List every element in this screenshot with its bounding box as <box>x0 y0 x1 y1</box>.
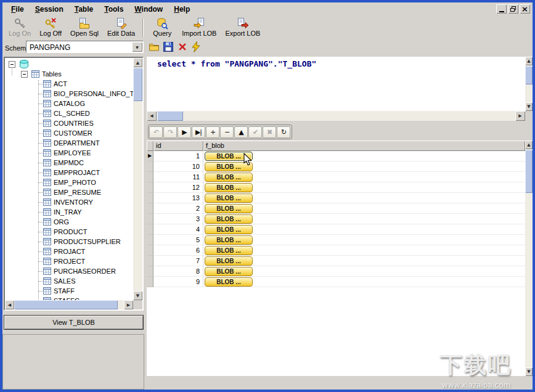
tree-node-tables[interactable]: Tables <box>5 69 133 79</box>
schema-combo[interactable]: PANGPANG ▼ <box>26 41 144 53</box>
cell-id[interactable]: 12 <box>153 182 203 193</box>
tree-item-staffg[interactable]: STAFFG <box>5 296 133 300</box>
nav-insert-button[interactable]: + <box>206 126 219 138</box>
nav-refresh-button[interactable]: ↻ <box>277 126 290 138</box>
cell-id[interactable]: 5 <box>153 235 203 245</box>
scroll-up-button[interactable]: ▲ <box>525 57 533 65</box>
blob-button[interactable]: BLOB ... <box>205 225 253 234</box>
menu-window[interactable]: Window <box>129 4 168 15</box>
tree-item-product[interactable]: PRODUCT <box>5 227 133 237</box>
scroll-right-button[interactable]: ▶ <box>124 300 133 309</box>
table-row: ▶ 9 BLOB ... <box>147 277 525 287</box>
cell-id[interactable]: 9 <box>153 277 203 287</box>
import-lob-button[interactable]: Import LOB <box>178 17 220 39</box>
cell-id[interactable]: 2 <box>153 203 203 214</box>
export-lob-button[interactable]: Export LOB <box>221 17 264 39</box>
nav-delete-button[interactable]: − <box>220 126 234 138</box>
tree-item-staff[interactable]: STAFF <box>5 286 133 296</box>
nav-edit-button[interactable]: ▲ <box>234 126 248 138</box>
tree-item-employee[interactable]: EMPLOYEE <box>5 148 133 158</box>
nav-last-button[interactable]: ▶| <box>192 126 205 138</box>
scroll-thumb[interactable] <box>14 300 118 309</box>
blob-button[interactable]: BLOB ... <box>205 277 253 287</box>
menu-file[interactable]: File <box>6 4 30 15</box>
tree-item-act[interactable]: ACT <box>5 79 133 89</box>
scroll-thumb[interactable] <box>157 111 183 121</box>
blob-button[interactable]: BLOB ... <box>205 256 253 266</box>
tree-item-in_tray[interactable]: IN_TRAY <box>5 207 133 217</box>
grid-header-id[interactable]: id <box>153 141 203 151</box>
collapse-icon[interactable] <box>9 61 15 68</box>
cell-id[interactable]: 6 <box>153 245 203 256</box>
scroll-right-button[interactable]: ▶ <box>515 111 525 121</box>
blob-button[interactable]: BLOB ... <box>205 204 253 213</box>
cell-id[interactable]: 8 <box>153 266 203 277</box>
blob-button[interactable]: BLOB ... <box>205 267 253 276</box>
tree-item-sales[interactable]: SALES <box>5 276 133 286</box>
tree-item-purchaseorder[interactable]: PURCHASEORDER <box>5 266 133 276</box>
tree-item-customer[interactable]: CUSTOMER <box>5 128 133 138</box>
clear-sql-button[interactable] <box>176 41 189 53</box>
scroll-left-button[interactable]: ◀ <box>5 300 14 309</box>
execute-sql-button[interactable] <box>189 41 202 53</box>
tree-item-bio_personal_info_t[interactable]: BIO_PERSONAL_INFO_T <box>5 89 133 99</box>
open-file-button[interactable] <box>147 41 160 53</box>
scroll-down-button[interactable]: ▼ <box>133 291 142 300</box>
blob-button[interactable]: BLOB ... <box>205 246 253 255</box>
tree-item-empprojact[interactable]: EMPPROJACT <box>5 168 133 178</box>
tree-item-catalog[interactable]: CATALOG <box>5 99 133 108</box>
restore-button[interactable] <box>508 4 518 14</box>
edit-data-button[interactable]: Edit Data <box>104 17 139 39</box>
open-sql-button[interactable]: Open Sql <box>67 17 102 39</box>
grid-header-f-blob[interactable]: f_blob <box>203 141 525 151</box>
scroll-down-button[interactable]: ▼ <box>525 102 533 111</box>
tables-node-label: Tables <box>42 70 62 78</box>
scroll-up-button[interactable]: ▲ <box>133 58 142 67</box>
cell-id[interactable]: 1 <box>153 151 203 161</box>
menu-tools[interactable]: Tools <box>99 4 129 15</box>
menu-table[interactable]: Table <box>69 4 99 15</box>
tree-root-node[interactable] <box>5 59 133 69</box>
tree-item-projact[interactable]: PROJACT <box>5 247 133 256</box>
cell-id[interactable]: 11 <box>153 172 203 182</box>
tree-item-org[interactable]: ORG <box>5 217 133 227</box>
tree-item-project[interactable]: PROJECT <box>5 256 133 266</box>
table-icon <box>43 179 51 186</box>
cell-id[interactable]: 4 <box>153 224 203 235</box>
sql-editor[interactable]: select * from "PANGPANG"."T_BLOB" <box>147 57 525 111</box>
blob-button[interactable]: BLOB ... <box>205 235 253 245</box>
view-t-blob-button[interactable]: View T_BLOB <box>4 315 144 330</box>
tree-item-empmdc[interactable]: EMPMDC <box>5 158 133 168</box>
nav-next-button[interactable]: ▶ <box>178 126 191 138</box>
blob-button[interactable]: BLOB ... <box>205 214 253 224</box>
minimize-button[interactable] <box>496 4 507 14</box>
cell-id[interactable]: 13 <box>153 193 203 203</box>
tree-item-cl_sched[interactable]: CL_SCHED <box>5 108 133 118</box>
close-button[interactable]: × <box>520 4 530 14</box>
query-button[interactable]: Query <box>147 17 177 39</box>
schema-combo-dropdown-button[interactable]: ▼ <box>132 42 142 52</box>
blob-button[interactable]: BLOB ... <box>205 173 253 182</box>
save-sql-button[interactable] <box>161 41 174 53</box>
tree-item-productsupplier[interactable]: PRODUCTSUPPLIER <box>5 237 133 247</box>
scroll-up-button[interactable]: ▲ <box>525 141 533 149</box>
scroll-thumb[interactable] <box>525 150 533 193</box>
scroll-thumb[interactable] <box>525 66 533 84</box>
scroll-down-button[interactable]: ▼ <box>525 367 533 376</box>
blob-button[interactable]: BLOB ... <box>205 183 253 192</box>
menu-session[interactable]: Session <box>30 4 69 15</box>
tree-item-inventory[interactable]: INVENTORY <box>5 197 133 207</box>
scroll-left-button[interactable]: ◀ <box>147 111 157 121</box>
cell-id[interactable]: 3 <box>153 214 203 224</box>
blob-button[interactable]: BLOB ... <box>205 194 253 203</box>
menu-help[interactable]: Help <box>168 4 195 15</box>
collapse-icon[interactable] <box>21 71 28 78</box>
tree-item-emp_photo[interactable]: EMP_PHOTO <box>5 178 133 187</box>
scroll-thumb[interactable] <box>133 68 142 101</box>
tree-item-department[interactable]: DEPARTMENT <box>5 138 133 148</box>
cell-id[interactable]: 10 <box>153 161 203 172</box>
tree-item-countries[interactable]: COUNTRIES <box>5 118 133 128</box>
tree-item-emp_resume[interactable]: EMP_RESUME <box>5 187 133 197</box>
cell-id[interactable]: 7 <box>153 256 203 266</box>
log-off-button[interactable]: Log Off <box>36 17 65 39</box>
